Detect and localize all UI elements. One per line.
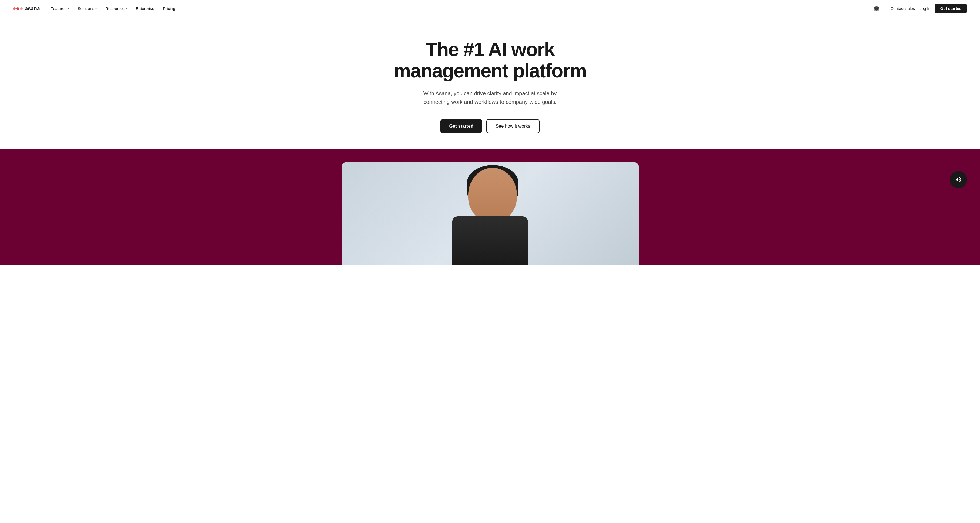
see-how-it-works-button[interactable]: See how it works	[486, 119, 539, 133]
chevron-down-icon: ▾	[126, 7, 127, 10]
globe-icon	[873, 6, 880, 12]
logo-link[interactable]: asana	[13, 5, 40, 12]
hero-buttons: Get started See how it works	[441, 119, 539, 133]
nav-enterprise[interactable]: Enterprise	[136, 6, 154, 11]
nav-links: Features ▾ Solutions ▾ Resources ▾ Enter…	[51, 6, 872, 11]
chevron-down-icon: ▾	[67, 7, 69, 10]
logo-icon	[13, 7, 23, 10]
main-navigation: asana Features ▾ Solutions ▾ Resources ▾…	[0, 0, 980, 17]
video-section	[0, 149, 980, 265]
logo-dot-1	[13, 7, 16, 10]
video-placeholder	[342, 162, 639, 265]
get-started-nav-button[interactable]: Get started	[935, 3, 967, 13]
nav-pricing[interactable]: Pricing	[163, 6, 175, 11]
speaker-icon	[955, 176, 962, 183]
chevron-down-icon: ▾	[95, 7, 97, 10]
get-started-hero-button[interactable]: Get started	[441, 119, 482, 133]
nav-features[interactable]: Features ▾	[51, 6, 69, 11]
nav-right: Contact sales Log In Get started	[872, 3, 967, 13]
login-link[interactable]: Log In	[919, 6, 931, 11]
sound-toggle-button[interactable]	[950, 171, 967, 188]
logo-dot-3	[20, 7, 23, 10]
language-selector-button[interactable]	[872, 4, 881, 13]
nav-resources[interactable]: Resources ▾	[105, 6, 127, 11]
hero-subtitle: With Asana, you can drive clarity and im…	[420, 89, 560, 106]
hero-section: The #1 AI work management platform With …	[0, 17, 980, 149]
logo-dot-2	[16, 7, 19, 10]
hero-title: The #1 AI work management platform	[393, 39, 586, 81]
video-person-body	[452, 216, 528, 265]
nav-solutions[interactable]: Solutions ▾	[78, 6, 97, 11]
video-container	[342, 162, 639, 265]
contact-sales-link[interactable]: Contact sales	[890, 6, 915, 11]
nav-divider	[886, 5, 886, 12]
video-person-head	[468, 168, 517, 222]
logo-text: asana	[25, 5, 40, 12]
